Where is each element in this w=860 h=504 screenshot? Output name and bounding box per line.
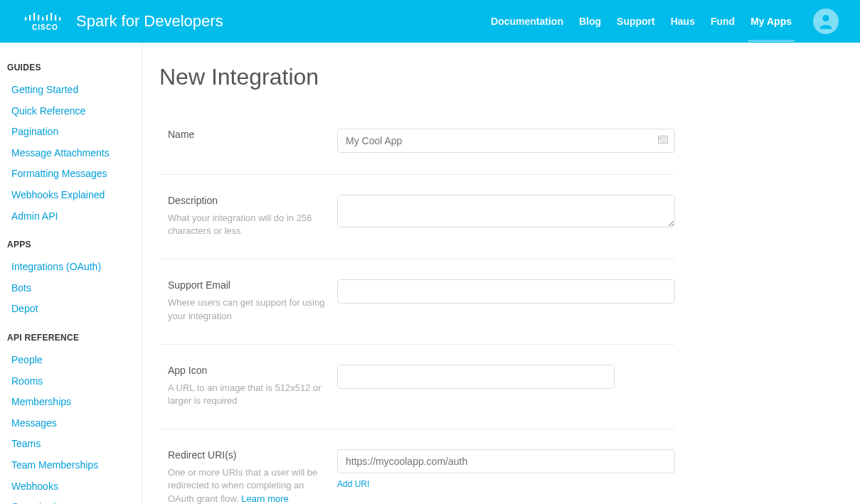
sidebar-item-integrations[interactable]: Integrations (OAuth) [7, 257, 134, 278]
sidebar-item-rooms[interactable]: Rooms [7, 371, 134, 392]
description-input[interactable] [337, 195, 675, 227]
description-label: Description [168, 195, 326, 206]
nav-blog[interactable]: Blog [579, 16, 601, 27]
cisco-logo-icon: CISCO [25, 11, 66, 32]
sidebar-item-quick-reference[interactable]: Quick Reference [7, 101, 134, 122]
svg-text:CISCO: CISCO [32, 23, 58, 31]
name-label: Name [168, 129, 326, 140]
site-title: Spark for Developers [76, 12, 223, 31]
support-email-input[interactable] [337, 279, 675, 304]
sidebar-item-memberships[interactable]: Memberships [7, 392, 134, 413]
redirect-uris-label: Redirect URI(s) [168, 449, 326, 461]
description-hint: What your integration will do in 256 cha… [168, 212, 326, 237]
field-row-name: Name [159, 119, 675, 175]
learn-more-link[interactable]: Learn more [241, 493, 288, 504]
header: CISCO Spark for Developers Documentation… [0, 0, 860, 43]
nav-support[interactable]: Support [617, 16, 655, 27]
sidebar-item-team-memberships[interactable]: Team Memberships [7, 455, 134, 476]
app-icon-label: App Icon [168, 365, 326, 376]
sidebar-item-bots[interactable]: Bots [7, 278, 134, 299]
svg-rect-0 [25, 17, 26, 21]
support-email-hint: Where users can get support for using yo… [168, 296, 326, 322]
sidebar-heading-api-reference: API REFERENCE [7, 333, 134, 343]
redirect-uris-hint: One or more URIs that a user will be red… [168, 466, 326, 504]
nav-my-apps[interactable]: My Apps [750, 16, 792, 27]
sidebar-item-webhooks[interactable]: Webhooks [7, 476, 134, 498]
svg-rect-6 [51, 13, 52, 21]
contact-card-icon [658, 136, 668, 146]
app-icon-hint: A URL to an image that is 512x512 or lar… [168, 382, 326, 407]
sidebar-item-admin-api[interactable]: Admin API [7, 206, 134, 227]
nav-documentation[interactable]: Documentation [491, 16, 563, 27]
svg-rect-3 [38, 15, 39, 21]
sidebar: GUIDES Getting Started Quick Reference P… [0, 43, 142, 504]
svg-rect-2 [33, 13, 35, 21]
add-uri-link[interactable]: Add URI [337, 479, 675, 489]
field-row-support-email: Support Email Where users can get suppor… [159, 269, 675, 344]
sidebar-item-teams[interactable]: Teams [7, 434, 134, 455]
top-nav: Documentation Blog Support Haus Fund My … [491, 9, 839, 34]
svg-rect-8 [59, 17, 60, 21]
sidebar-item-pagination[interactable]: Pagination [7, 122, 134, 143]
field-row-description: Description What your integration will d… [159, 185, 675, 259]
sidebar-item-formatting-messages[interactable]: Formatting Messages [7, 163, 134, 185]
redirect-uri-input[interactable] [337, 449, 675, 473]
sidebar-item-people[interactable]: People [7, 350, 134, 371]
avatar[interactable] [813, 9, 839, 34]
field-row-redirect-uris: Redirect URI(s) One or more URIs that a … [159, 439, 675, 504]
svg-rect-5 [46, 15, 48, 21]
main: New Integration Name [142, 43, 860, 504]
logo[interactable]: CISCO Spark for Developers [25, 11, 223, 32]
sidebar-heading-guides: GUIDES [7, 63, 134, 73]
svg-rect-1 [29, 15, 31, 21]
name-input[interactable] [337, 129, 675, 153]
sidebar-item-getting-started[interactable]: Getting Started [7, 80, 134, 101]
user-icon [817, 12, 835, 31]
svg-point-15 [659, 138, 662, 140]
sidebar-item-webhooks-explained[interactable]: Webhooks Explained [7, 185, 134, 206]
sidebar-item-organizations[interactable]: Organizations [7, 497, 134, 504]
page-title: New Integration [159, 64, 675, 90]
svg-point-10 [822, 15, 829, 21]
nav-haus[interactable]: Haus [671, 16, 695, 27]
sidebar-item-depot[interactable]: Depot [7, 299, 134, 320]
sidebar-item-message-attachments[interactable]: Message Attachments [7, 143, 134, 164]
svg-rect-4 [42, 17, 43, 21]
nav-fund[interactable]: Fund [711, 16, 735, 27]
sidebar-item-messages[interactable]: Messages [7, 413, 134, 434]
sidebar-heading-apps: APPS [7, 240, 134, 250]
app-icon-input[interactable] [337, 365, 615, 389]
field-row-app-icon: App Icon A URL to an image that is 512x5… [159, 355, 675, 429]
support-email-label: Support Email [168, 279, 326, 291]
svg-rect-7 [55, 15, 56, 21]
